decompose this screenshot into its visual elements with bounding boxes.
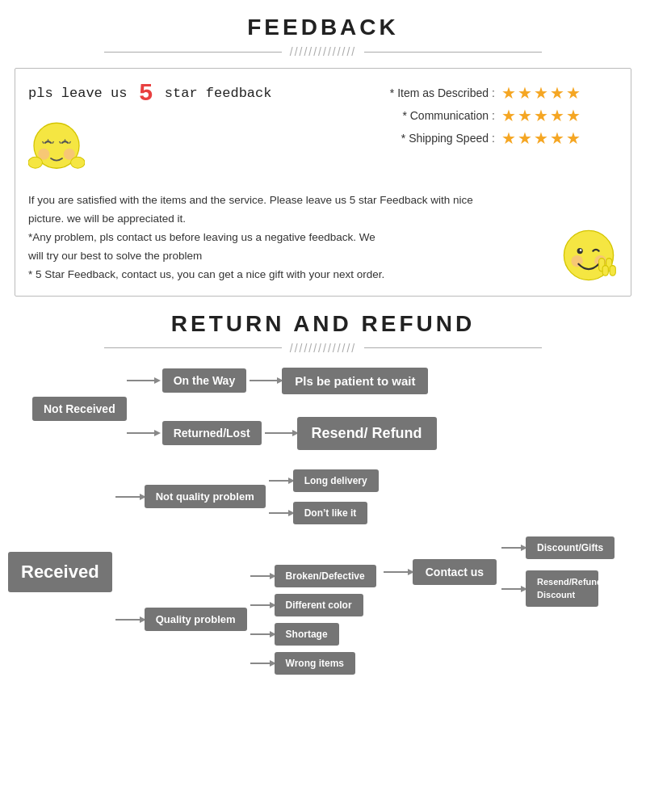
svg-rect-19 [610,265,615,276]
long-delivery-row: Long delivery [269,469,379,492]
not-quality-box: Not quality problem [145,485,266,508]
return-section: RETURN AND REFUND ////////////// Not Rec… [0,311,646,691]
return-divider: ////////////// [0,342,646,355]
pls-text: pls leave us 5 star feedback [28,80,271,107]
communication-stars: ★★★★★ [501,106,582,125]
long-delivery-box: Long delivery [293,469,379,492]
resend-refund-discount-box: Resend/Refund/Discount [526,570,598,607]
star-row-shipping: * Shipping Speed : ★★★★★ [375,128,618,148]
item-as-described-stars: ★★★★★ [501,83,582,103]
quality-box: Quality problem [145,608,247,631]
discount-gifts-row: Discount/Gifts [501,536,615,559]
item-as-described-label: * Item as Described [375,86,489,99]
dont-like-row: Don’t like it [269,502,379,524]
dont-like-box: Don’t like it [293,502,368,524]
broken-row: Broken/Defective [250,565,376,587]
returned-lost-branch: Returned/Lost Resend/ Refund [127,417,437,450]
feedback-left: pls leave us 5 star feedback [28,80,271,175]
svg-point-9 [28,157,43,168]
feedback-title: FEEDBACK [0,15,646,40]
on-the-way-branch: On the Way Pls be patient to wait [127,368,437,394]
svg-point-10 [71,157,86,168]
pls-after: star feedback [165,86,272,101]
diff-color-box: Different color [275,594,363,616]
feedback-top: pls leave us 5 star feedback [28,80,618,175]
shipping-speed-label: * Shipping Speed [375,132,489,145]
received-box: Received [8,552,112,592]
feedback-divider-slashes: ////////////// [290,45,356,58]
feedback-line3: *Any problem, pls contact us before leav… [28,229,473,247]
diff-color-row: Different color [250,594,376,616]
svg-marker-21 [154,377,161,384]
communication-label: * Communication [375,109,489,122]
received-section: Received Not quality problem L [8,469,646,675]
pls-before: pls leave us [28,86,127,101]
svg-marker-25 [154,430,161,436]
feedback-divider: ////////////// [0,45,646,58]
star-row-described: * Item as Described : ★★★★★ [375,83,618,103]
colon-2: : [492,109,495,122]
on-the-way-box: On the Way [162,368,247,393]
shipping-speed-stars: ★★★★★ [501,128,582,148]
colon-1: : [492,86,495,99]
discount-gifts-box: Discount/Gifts [526,536,615,559]
pls-star-num: 5 [139,80,153,107]
feedback-line2: picture. we will be appreciated it. [28,210,473,229]
contact-us-branch: Contact us Discount/Gifts Resend/Refund/… [384,536,615,607]
return-title: RETURN AND REFUND [0,311,646,337]
contact-us-box: Contact us [413,559,497,585]
svg-rect-18 [602,265,608,276]
feedback-footer: If you are satisfied with the items and … [28,180,618,284]
resend-refund-discount-row: Resend/Refund/Discount [501,570,615,607]
returned-lost-box: Returned/Lost [162,421,262,445]
return-divider-slashes: ////////////// [290,342,356,355]
quality-branch: Quality problem Broken/Defective [115,565,379,675]
star-row-communication: * Communication : ★★★★★ [375,106,618,125]
not-received-section: Not Received On the Way Pls be patient t… [32,368,646,450]
not-received-box: Not Received [32,397,127,421]
feedback-box: pls leave us 5 star feedback [15,68,631,297]
colon-3: : [492,132,495,145]
smiley-sleep-icon [28,119,85,175]
feedback-line1: If you are satisfied with the items and … [28,191,473,210]
wrong-items-row: Wrong items [250,652,376,675]
svg-point-15 [580,249,582,251]
feedback-body: If you are satisfied with the items and … [28,191,473,284]
feedback-line5: * 5 Star Feedback, contact us, you can g… [28,266,473,284]
wrong-items-box: Wrong items [275,652,355,675]
feedback-line4: will try our best to solve the problem [28,247,473,266]
shortage-box: Shortage [275,623,339,646]
not-quality-branch: Not quality problem Long delivery [115,469,379,524]
smiley-wink-icon [560,226,618,284]
broken-box: Broken/Defective [275,565,376,587]
feedback-right: * Item as Described : ★★★★★ * Communicat… [375,83,618,148]
pls-be-patient-box: Pls be patient to wait [282,368,428,394]
resend-refund-box: Resend/ Refund [297,417,437,450]
shortage-row: Shortage [250,623,376,646]
